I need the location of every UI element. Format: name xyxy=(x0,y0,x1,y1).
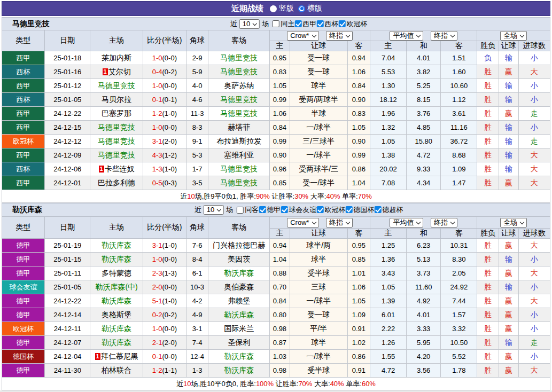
result-goals: 大 xyxy=(518,65,550,79)
away-team-cell: 圣保利 xyxy=(208,336,270,350)
summary-segment: 10 xyxy=(183,380,191,388)
col-header-home: 主场 xyxy=(90,217,143,239)
league-badge: 德甲 xyxy=(2,364,45,378)
odds-away: 0.95 xyxy=(347,239,370,253)
odds-handicap: 受一球 xyxy=(290,308,347,322)
result-handicap: 赢 xyxy=(499,294,518,308)
avg-home: 1.25 xyxy=(370,239,406,253)
team-name: 勒沃库森 xyxy=(12,205,42,215)
home-team-cell: 奥格斯堡 xyxy=(90,308,143,322)
fulltime-score: 1-0 xyxy=(152,325,162,333)
corner-count: 7-6 xyxy=(186,239,208,253)
scope-select[interactable]: 全场 xyxy=(500,218,527,228)
league-checkbox[interactable] xyxy=(317,20,324,27)
avg-source-select[interactable]: 平均值 xyxy=(390,31,423,41)
fulltime-score: 0-5 xyxy=(152,179,162,187)
match-count-select[interactable]: 10 xyxy=(239,19,260,29)
odds-away: 0.85 xyxy=(347,253,370,266)
result-handicap: 输 xyxy=(499,79,518,93)
fulltime-score: 1-3 xyxy=(152,165,162,173)
odds-handicap: 平/半 xyxy=(290,322,347,336)
away-team-cell: 奥伯豪森 xyxy=(208,280,270,294)
match-date: 25-01-12 xyxy=(45,79,90,93)
odds-time-select[interactable]: 终指 xyxy=(326,218,353,228)
avg-away: 2.05 xyxy=(441,266,477,280)
match-row: 德甲 24-11-30 柏林联合 1-2(1-1) 1-3 勒沃库森 0.98 … xyxy=(2,364,550,378)
odds-source-select[interactable]: Crow* xyxy=(287,218,318,228)
avg-time-select[interactable]: 终指 xyxy=(431,31,457,41)
home-team-cell: 勒沃库森 xyxy=(90,253,143,266)
halftime-score: (1-0) xyxy=(162,109,177,117)
odds-handicap: 三球 xyxy=(290,280,347,294)
scope-select[interactable]: 全场 xyxy=(500,31,527,41)
col-header-result-handicap: 让球 xyxy=(499,229,518,239)
same-venue-checkbox[interactable] xyxy=(237,207,244,214)
league-checkbox[interactable] xyxy=(346,206,353,213)
avg-source-select[interactable]: 平均值 xyxy=(390,218,423,228)
league-badge: 西杯 xyxy=(2,93,45,107)
odds-away: 1.06 xyxy=(347,280,370,294)
col-header-result-outcome: 胜负 xyxy=(477,41,499,51)
away-team: 门兴格拉德巴赫 xyxy=(213,241,265,249)
result-handicap: 赢 xyxy=(499,308,518,322)
page-title: 近期战绩 xyxy=(231,4,263,14)
summary-row: 近10场,胜9平0负1, 胜率:90% 让胜率:30% 大率:40% 单率:70… xyxy=(2,190,550,203)
league-checkbox[interactable] xyxy=(375,206,382,213)
league-checkbox[interactable] xyxy=(317,206,324,213)
result-goals: 小 xyxy=(518,121,550,135)
home-team: 勒沃库森 xyxy=(102,255,131,263)
match-row: 德甲 25-01-15 勒沃库森 1-0(0-0) 8-4 美因茨 1.04 球… xyxy=(2,253,550,266)
league-checkbox[interactable] xyxy=(259,206,266,213)
summary-segment: 近 xyxy=(176,380,183,388)
odds-handicap: 球半 xyxy=(290,79,347,93)
league-label: 欧冠杯 xyxy=(324,206,345,214)
match-count-select[interactable]: 10 xyxy=(204,205,224,215)
avg-home: 20.02 xyxy=(370,162,406,176)
table-foot: 近10场,胜10平0负0, 胜率:100% 让胜率:70% 大率:40% 单率:… xyxy=(2,378,550,390)
odds-source-select[interactable]: Crow* xyxy=(287,31,318,41)
league-badge: 西甲 xyxy=(2,107,45,121)
match-date: 25-01-05 xyxy=(45,93,90,107)
result-goals: 大 xyxy=(518,148,550,162)
results-table: 类型 日期 主场 比分(半场) 角球 客场 Crow* 终指 平均值 终指 xyxy=(2,30,550,203)
col-header-odds-away: 客 xyxy=(347,229,370,239)
home-team: 卡些连奴 xyxy=(105,164,135,173)
league-badge: 德国杯 xyxy=(2,350,45,364)
halftime-score: (0-2) xyxy=(162,311,177,319)
match-date: 24-12-22 xyxy=(45,107,90,121)
col-header-result-handicap: 让球 xyxy=(499,41,518,51)
team-section-0: 马德里竞技 近10场同主西甲西杯欧冠杯 类型 日期 主场 比分(半场) 角球 客… xyxy=(2,17,550,203)
home-team-cell: 1拜仁慕尼黑 xyxy=(90,350,143,364)
avg-home: 1.38 xyxy=(370,148,406,162)
avg-time-select[interactable]: 终指 xyxy=(431,218,457,228)
league-badge: 德甲 xyxy=(2,266,45,280)
summary-segment: 场,胜9平0负1, 胜率: xyxy=(195,192,256,200)
match-date: 24-12-07 xyxy=(45,336,90,350)
team-name: 马德里竞技 xyxy=(12,19,50,29)
result-outcome: 胜 xyxy=(477,280,499,294)
league-filter-item: 德国杯 xyxy=(345,206,374,214)
select-header-row: 类型 日期 主场 比分(半场) 角球 客场 Crow* 终指 平均值 终指 xyxy=(2,217,550,229)
result-goals: 小 xyxy=(518,280,550,294)
radio-horizontal-layout[interactable] xyxy=(298,5,305,12)
same-venue-checkbox[interactable] xyxy=(273,20,279,27)
matches-label: 场 xyxy=(226,205,233,215)
radio-vertical-layout[interactable] xyxy=(270,5,277,12)
fulltime-score: 1-2 xyxy=(152,366,162,374)
odds-away: 1.06 xyxy=(347,65,370,79)
col-header-away: 客场 xyxy=(208,217,270,239)
halftime-score: (1-3) xyxy=(162,269,177,277)
home-team: 拜仁慕尼黑 xyxy=(101,352,138,360)
avg-home: 1.36 xyxy=(370,253,406,266)
result-handicap: 输 xyxy=(499,148,518,162)
league-checkbox[interactable] xyxy=(339,20,346,27)
away-team-cell: 马德里竞技 xyxy=(208,176,270,190)
league-checkbox[interactable] xyxy=(295,20,302,27)
league-checkbox[interactable] xyxy=(281,206,288,213)
odds-away: 0.99 xyxy=(347,148,370,162)
away-team: 圣保利 xyxy=(228,338,250,347)
odds-time-select[interactable]: 终指 xyxy=(326,31,353,41)
score-cell: 1-0(0-0) xyxy=(143,79,186,93)
avg-draw: 4.85 xyxy=(407,121,441,135)
col-header-odds-away: 客 xyxy=(347,41,370,51)
